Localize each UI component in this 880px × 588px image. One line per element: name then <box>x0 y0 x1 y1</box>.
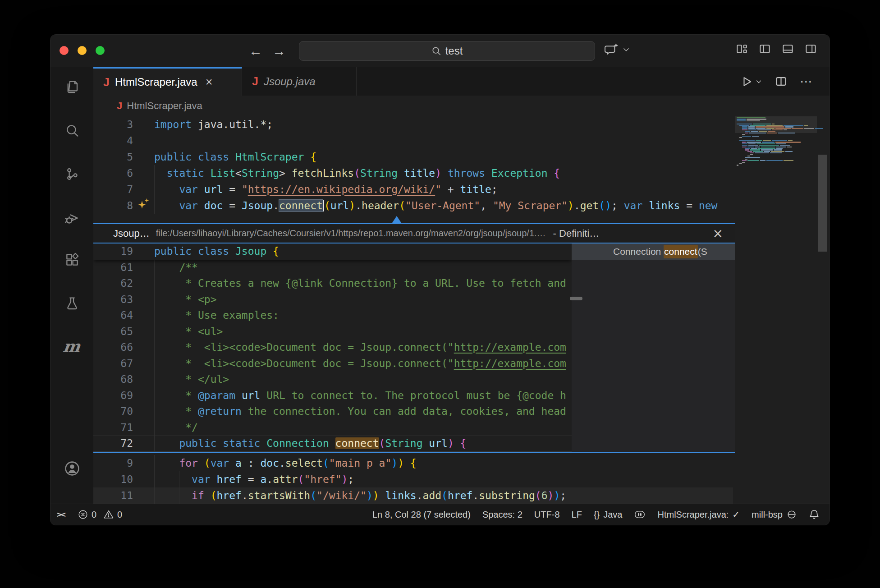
minimap-line <box>745 149 783 150</box>
minimap[interactable] <box>735 116 817 216</box>
line-number: 9 <box>93 455 133 471</box>
minimap-line <box>739 163 743 164</box>
testing-icon[interactable] <box>50 289 93 318</box>
customize-layout-icon[interactable] <box>736 43 748 55</box>
code-line-11[interactable]: 11 if (href.startsWith("/wiki/")) links.… <box>93 487 733 504</box>
warning-count: 0 <box>117 510 122 520</box>
peek-file-path: file:/Users/lihaoyi/Library/Caches/Cours… <box>156 228 546 239</box>
line-number: 10 <box>93 471 133 487</box>
bsp-connection[interactable]: mill-bsp <box>752 509 797 520</box>
peek-close-icon[interactable]: × <box>713 226 723 241</box>
check-icon: ✓ <box>732 509 740 520</box>
code-line-71[interactable]: 71 */ <box>93 420 572 436</box>
code-line-9[interactable]: 9 for (var a : doc.select("main p a")) { <box>93 455 733 471</box>
minimap-line <box>747 156 751 156</box>
zoom-window-button[interactable] <box>96 46 105 55</box>
language-mode[interactable]: {} Java <box>594 510 623 520</box>
source-control-icon[interactable] <box>50 160 93 188</box>
remote-indicator[interactable]: >< <box>57 510 64 519</box>
line-number: 68 <box>93 372 133 388</box>
minimap-line <box>737 124 775 124</box>
code-line-4[interactable]: 4 <box>93 133 733 149</box>
breadcrumb[interactable]: J HtmlScraper.java <box>93 96 830 116</box>
minimap-line <box>742 134 746 135</box>
peek-header[interactable]: Jsoup… file:/Users/lihaoyi/Library/Cache… <box>93 224 735 243</box>
line-number: 72 <box>93 436 133 452</box>
close-window-button[interactable] <box>60 46 69 55</box>
minimap-line <box>745 148 784 149</box>
notifications-bell[interactable] <box>809 509 820 520</box>
bsp-label: mill-bsp <box>752 510 783 520</box>
code-line-72[interactable]: 72 public static Connection connect(Stri… <box>93 436 572 452</box>
line-number: 64 <box>93 308 133 324</box>
code-line-69[interactable]: 69 * @param url URL to connect to. The p… <box>93 388 572 404</box>
minimap-line <box>742 143 787 144</box>
indentation[interactable]: Spaces: 2 <box>482 510 522 520</box>
minimize-window-button[interactable] <box>78 46 87 55</box>
code-line-66[interactable]: 66 * <li><code>Document doc = Jsoup.conn… <box>93 340 572 356</box>
encoding[interactable]: UTF-8 <box>534 510 560 520</box>
warning-icon <box>104 510 114 519</box>
reference-container: Connection <box>613 246 664 257</box>
command-center-search[interactable]: test <box>299 41 595 61</box>
chevron-down-icon <box>622 46 630 54</box>
language-label: Java <box>603 510 622 520</box>
minimap-line <box>742 126 794 127</box>
peek-arrow <box>392 216 401 223</box>
toggle-secondary-sidebar-icon[interactable] <box>805 43 817 55</box>
line-number: 63 <box>93 292 133 308</box>
metals-icon[interactable]: m <box>50 332 93 361</box>
code-line-6[interactable]: 6 static List<String> fetchLinks(String … <box>93 165 733 181</box>
problems-indicator[interactable]: 0 0 <box>78 510 122 520</box>
code-line-64[interactable]: 64 * Use examples: <box>93 308 572 324</box>
toggle-panel-icon[interactable] <box>782 43 794 55</box>
peek-editor-lines: 19public class Jsoup {61 /**62 * Creates… <box>93 243 572 452</box>
copilot-status[interactable] <box>634 509 646 520</box>
extensions-icon[interactable] <box>50 245 93 274</box>
peek-scrollbar-thumb[interactable] <box>570 297 582 300</box>
code-line-3[interactable]: 3import java.util.*; <box>93 116 733 133</box>
reference-rest: (S <box>698 246 707 257</box>
code-line-63[interactable]: 63 * <p> <box>93 292 572 308</box>
code-line-7[interactable]: 7 var url = "https://en.wikipedia.org/wi… <box>93 181 733 198</box>
code-line-62[interactable]: 62 * Creates a new {@link Connection} to… <box>93 276 572 292</box>
sparkle-icon[interactable] <box>138 198 149 214</box>
braces-icon: {} <box>594 510 600 520</box>
tab-jsoup[interactable]: J Jsoup.java <box>242 67 357 96</box>
cursor-position[interactable]: Ln 8, Col 28 (7 selected) <box>372 510 471 520</box>
java-file-icon: J <box>103 76 110 89</box>
code-line-19[interactable]: 19public class Jsoup { <box>93 243 572 260</box>
code-line-61[interactable]: 61 /** <box>93 260 572 276</box>
java-file-icon: J <box>252 75 258 88</box>
code-line-10[interactable]: 10 var href = a.attr("href"); <box>93 471 733 487</box>
run-java-button[interactable] <box>741 76 762 87</box>
forward-button[interactable]: → <box>272 43 286 59</box>
minimap-line <box>742 142 802 142</box>
copilot-chat-button[interactable] <box>604 42 630 57</box>
line-number: 62 <box>93 276 133 292</box>
explorer-icon[interactable] <box>50 73 93 101</box>
eol-sequence[interactable]: LF <box>572 510 582 520</box>
toggle-primary-sidebar-icon[interactable] <box>759 43 771 55</box>
code-line-5[interactable]: 5public class HtmlScraper { <box>93 149 733 165</box>
file-task-status[interactable]: HtmlScraper.java: ✓ <box>657 509 740 520</box>
more-actions-icon[interactable]: ⋯ <box>800 74 813 89</box>
code-line-70[interactable]: 70 * @return the connection. You can add… <box>93 404 572 420</box>
tab-htmlscraper[interactable]: J HtmlScraper.java × <box>93 67 242 96</box>
run-debug-icon[interactable] <box>50 204 93 233</box>
code-line-65[interactable]: 65 * <ul> <box>93 324 572 340</box>
code-line-67[interactable]: 67 * <li><code>Document doc = Jsoup.conn… <box>93 356 572 372</box>
code-line-68[interactable]: 68 * </ul> <box>93 372 572 388</box>
code-line-8[interactable]: 8 var doc = Jsoup.connect(url).header("U… <box>93 198 733 214</box>
peek-reference-item[interactable]: Connection connect(S <box>572 243 735 260</box>
editor[interactable]: 3import java.util.*;45public class HtmlS… <box>93 116 830 504</box>
split-editor-icon[interactable] <box>775 75 787 87</box>
back-button[interactable]: ← <box>249 43 262 59</box>
peek-body: 19public class Jsoup {61 /**62 * Creates… <box>93 243 735 452</box>
editor-scrollbar-thumb[interactable] <box>818 155 827 252</box>
accounts-icon[interactable] <box>50 454 93 483</box>
peek-bottom-border <box>93 452 735 453</box>
close-tab-icon[interactable]: × <box>206 75 213 89</box>
search-view-icon[interactable] <box>50 116 93 145</box>
line-number: 67 <box>93 356 133 372</box>
